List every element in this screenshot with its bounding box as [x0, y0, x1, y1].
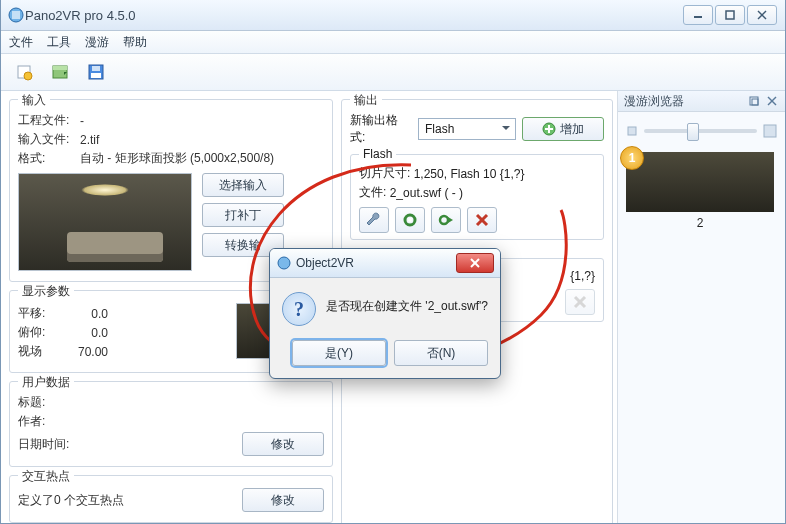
window-title: Pano2VR pro 4.5.0 — [25, 8, 683, 23]
output-format-value: Flash — [425, 122, 454, 136]
save-project-button[interactable] — [81, 57, 111, 87]
format-label: 格式: — [18, 150, 80, 167]
titlebar: Pano2VR pro 4.5.0 — [1, 0, 785, 31]
thumb-large-icon — [763, 124, 777, 138]
minimize-button[interactable] — [683, 5, 713, 25]
wrench-icon — [366, 212, 382, 228]
project-file-label: 工程文件: — [18, 112, 80, 129]
secondary-output-button[interactable] — [565, 289, 595, 315]
tile-size-label: 切片尺寸: — [359, 165, 410, 182]
format-value: 自动 - 矩形球面投影 (5,000x2,500/8) — [80, 150, 324, 167]
dialog-titlebar: Object2VR — [270, 249, 500, 278]
svg-point-18 — [440, 216, 448, 224]
select-input-button[interactable]: 选择输入 — [202, 173, 284, 197]
gear-play-icon — [438, 212, 454, 228]
new-project-button[interactable] — [9, 57, 39, 87]
menu-help[interactable]: 帮助 — [123, 34, 147, 51]
svg-point-29 — [278, 257, 290, 269]
panel-close-button[interactable] — [765, 94, 779, 108]
svg-rect-12 — [92, 66, 100, 71]
toolbar — [1, 54, 785, 91]
svg-rect-24 — [752, 99, 758, 105]
display-group-title: 显示参数 — [18, 283, 74, 300]
pan-value: 0.0 — [60, 307, 108, 321]
tilt-label: 俯仰: — [18, 324, 60, 341]
menu-file[interactable]: 文件 — [9, 34, 33, 51]
author-label: 作者: — [18, 413, 80, 430]
thumbnail-size-slider[interactable] — [626, 120, 777, 142]
output-group-title: 输出 — [350, 92, 382, 109]
menu-tools[interactable]: 工具 — [47, 34, 71, 51]
open-project-button[interactable] — [45, 57, 75, 87]
input-group-title: 输入 — [18, 92, 50, 109]
svg-rect-27 — [628, 127, 636, 135]
slider-thumb[interactable] — [687, 123, 699, 141]
hotspots-group: 交互热点 定义了0 个交互热点 修改 — [9, 475, 333, 523]
dialog-close-button[interactable] — [456, 253, 494, 273]
browser-panel-header: 漫游浏览器 — [618, 91, 785, 112]
dialog-message: 是否现在创建文件 '2_out.swf'? — [326, 292, 488, 315]
browser-panel-body: 1 2 — [618, 112, 785, 238]
dialog-buttons: 是(Y) 否(N) — [270, 334, 500, 378]
browser-item-badge: 1 — [620, 146, 644, 170]
fov-label: 视场 — [18, 343, 60, 360]
output-gear-button[interactable] — [395, 207, 425, 233]
right-column: 漫游浏览器 1 2 — [617, 91, 785, 524]
menu-tour[interactable]: 漫游 — [85, 34, 109, 51]
add-output-label: 增加 — [560, 121, 584, 138]
input-panorama-thumbnail — [18, 173, 192, 271]
browser-item-label: 2 — [626, 216, 774, 230]
dialog-app-icon — [276, 255, 292, 271]
slider-track[interactable] — [644, 129, 757, 133]
svg-rect-28 — [764, 125, 776, 137]
close-button[interactable] — [747, 5, 777, 25]
title-label: 标题: — [18, 394, 80, 411]
input-file-value: 2.tif — [80, 133, 324, 147]
secondary-output-value: {1,?} — [570, 269, 595, 283]
userdata-group-title: 用户数据 — [18, 374, 74, 391]
project-file-value: - — [80, 114, 324, 128]
panel-undock-button[interactable] — [747, 94, 761, 108]
svg-point-17 — [408, 218, 412, 222]
gear-icon — [402, 212, 418, 228]
menubar: 文件 工具 漫游 帮助 — [1, 31, 785, 54]
svg-rect-1 — [12, 11, 20, 19]
flash-subgroup-title: Flash — [359, 147, 396, 161]
userdata-modify-button[interactable]: 修改 — [242, 432, 324, 456]
close-icon — [469, 258, 481, 268]
hotspots-modify-button[interactable]: 修改 — [242, 488, 324, 512]
input-file-label: 输入文件: — [18, 131, 80, 148]
svg-point-7 — [24, 72, 32, 80]
thumb-small-icon — [626, 125, 638, 137]
tilt-value: 0.0 — [60, 326, 108, 340]
svg-rect-23 — [750, 97, 758, 105]
flash-output-subgroup: Flash 切片尺寸: 1,250, Flash 10 {1,?} 文件: 2_… — [350, 154, 604, 240]
fov-value: 70.00 — [60, 345, 108, 359]
patch-button[interactable]: 打补丁 — [202, 203, 284, 227]
dialog-yes-button[interactable]: 是(Y) — [292, 340, 386, 366]
question-icon: ? — [282, 292, 316, 326]
dialog-title: Object2VR — [296, 256, 456, 270]
add-output-button[interactable]: 增加 — [522, 117, 604, 141]
delete-x-icon — [474, 212, 490, 228]
dialog-no-button[interactable]: 否(N) — [394, 340, 488, 366]
pan-label: 平移: — [18, 305, 60, 322]
app-window: Pano2VR pro 4.5.0 文件 工具 漫游 帮助 输入 工程文件:- … — [0, 0, 786, 524]
userdata-group: 用户数据 标题: 作者: 日期时间: 修改 — [9, 381, 333, 467]
output-delete-button[interactable] — [467, 207, 497, 233]
hotspots-group-title: 交互热点 — [18, 468, 74, 485]
tile-size-value: 1,250, Flash 10 {1,?} — [414, 167, 525, 181]
output-file-label: 文件: — [359, 184, 386, 201]
svg-rect-11 — [91, 73, 101, 78]
browser-item-thumbnail: 1 — [626, 152, 774, 212]
hotspots-summary: 定义了0 个交互热点 — [18, 492, 242, 509]
window-controls — [683, 5, 779, 25]
plus-icon — [542, 122, 556, 136]
delete-x-icon — [572, 294, 588, 310]
output-settings-button[interactable] — [359, 207, 389, 233]
maximize-button[interactable] — [715, 5, 745, 25]
output-run-button[interactable] — [431, 207, 461, 233]
browser-item[interactable]: 1 2 — [626, 152, 774, 230]
output-format-select[interactable]: Flash — [418, 118, 516, 140]
new-format-label: 新输出格式: — [350, 112, 412, 146]
